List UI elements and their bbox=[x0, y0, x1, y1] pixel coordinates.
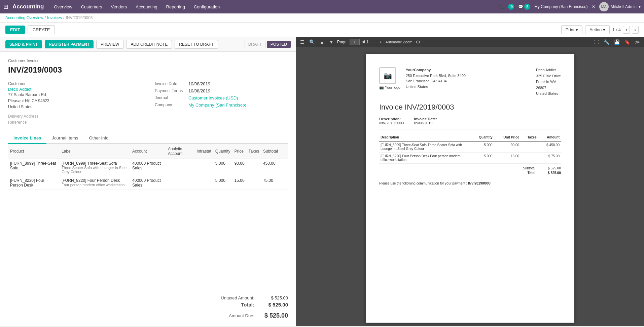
app-grid-icon[interactable]: ⊞ bbox=[3, 3, 8, 10]
untaxed-label: Untaxed Amount: bbox=[204, 295, 254, 300]
page-number-input[interactable] bbox=[350, 39, 360, 45]
user-menu[interactable]: MA Mitchell Admin ▾ bbox=[599, 2, 641, 11]
pdf-total-label: Total bbox=[502, 171, 535, 175]
cell-analytic bbox=[166, 176, 195, 190]
table-row: [FURN_8999] Three-Seat Sofa [FURN_8999] … bbox=[8, 159, 288, 176]
company-selector[interactable]: My Company (San Francisco) bbox=[534, 4, 588, 9]
customer-name[interactable]: Deco Addict bbox=[8, 87, 141, 92]
col-subtotal: Subtotal bbox=[261, 144, 280, 159]
top-navigation: ⊞ Accounting Overview Customers Vendors … bbox=[0, 0, 644, 13]
pdf-total-row: Total $ 525.00 bbox=[379, 171, 561, 175]
cell-account: 400000 Product Sales bbox=[130, 159, 166, 176]
meta-left: Customer Deco Addict 77 Santa Barbara Rd… bbox=[8, 81, 141, 126]
nav-overview[interactable]: Overview bbox=[51, 3, 76, 11]
invoice-date-row: Invoice Date 10/08/2019 bbox=[155, 81, 288, 86]
prev-record-button[interactable]: ‹ bbox=[623, 26, 630, 34]
table-row: [FURN_8220] Four Person Desk [FURN_8220]… bbox=[8, 176, 288, 190]
update-badge[interactable]: 19 bbox=[508, 4, 514, 10]
pdf-prev-page-button[interactable]: ▲ bbox=[318, 39, 326, 45]
pdf-company-block: YourCompany 250 Executive Park Blvd, Sui… bbox=[406, 67, 466, 97]
customer-address: 77 Santa Barbara Rd Pleasant Hill CA 945… bbox=[8, 92, 141, 110]
total-row: Total: $ 525.00 bbox=[8, 302, 288, 308]
cell-quantity: 5.000 bbox=[213, 176, 232, 190]
total-value: $ 525.00 bbox=[261, 302, 288, 308]
sidebar-toggle-button[interactable]: ☰ bbox=[299, 39, 306, 45]
invoice-table: Product Label Account Analytic Account I… bbox=[8, 144, 288, 190]
pdf-fullscreen-button[interactable]: ⛶ bbox=[593, 39, 600, 45]
cell-more bbox=[280, 159, 288, 176]
pdf-bookmark-button[interactable]: 🔖 bbox=[623, 39, 632, 45]
col-taxes: Taxes bbox=[247, 144, 261, 159]
company-value[interactable]: My Company (San Francisco) bbox=[188, 103, 246, 108]
pdf-cell-description: [FURN_8220] Four Person Desk Four person… bbox=[379, 153, 470, 164]
nav-configuration[interactable]: Configuration bbox=[190, 3, 223, 11]
nav-accounting[interactable]: Accounting bbox=[132, 3, 160, 11]
invoice-date-value: 10/08/2019 bbox=[188, 81, 210, 86]
totals-section: Untaxed Amount: $ 525.00 Total: $ 525.00… bbox=[0, 290, 296, 326]
pdf-next-page-button[interactable]: ▼ bbox=[328, 39, 335, 45]
nav-reporting[interactable]: Reporting bbox=[163, 3, 188, 11]
tab-journal-items[interactable]: Journal Items bbox=[46, 133, 83, 144]
tabs: Invoice Lines Journal Items Other Info bbox=[8, 133, 288, 144]
col-quantity: Quantity bbox=[213, 144, 232, 159]
print-button[interactable]: Print ▾ bbox=[561, 25, 582, 34]
pdf-subtotal-row: Subtotal $ 525.00 bbox=[379, 166, 561, 170]
status-draft: DRAFT bbox=[245, 41, 265, 48]
user-avatar: MA bbox=[599, 2, 609, 11]
breadcrumb-invoices[interactable]: Invoices bbox=[47, 15, 62, 20]
invoice-content: Customer Invoice INV/2019/0003 Customer … bbox=[0, 52, 296, 290]
company-row: Company My Company (San Francisco) bbox=[155, 103, 288, 108]
edit-button[interactable]: EDIT bbox=[5, 26, 25, 34]
tab-invoice-lines[interactable]: Invoice Lines bbox=[8, 133, 46, 144]
pdf-more-button[interactable]: ≫ bbox=[634, 39, 641, 45]
cell-intrastat bbox=[194, 159, 213, 176]
nav-customers[interactable]: Customers bbox=[78, 3, 106, 11]
pdf-page: 📷 📷 Your logo YourCompany 250 Executive … bbox=[366, 54, 574, 323]
pdf-zoom-in-button[interactable]: + bbox=[378, 39, 383, 45]
pdf-table-row: [FURN_8999] Three-Seat Sofa Three Seater… bbox=[379, 141, 561, 153]
breadcrumb-accounting[interactable]: Accounting Overview bbox=[5, 15, 43, 20]
status-tags: DRAFT POSTED bbox=[245, 41, 291, 48]
pdf-cell-taxes bbox=[521, 153, 538, 164]
reset-to-draft-button[interactable]: RESET TO DRAFT bbox=[175, 40, 218, 49]
cell-taxes bbox=[247, 159, 261, 176]
action-button[interactable]: Action ▾ bbox=[585, 25, 610, 34]
delivery-label: Delivery Address bbox=[8, 114, 48, 119]
amount-due-value: $ 525.00 bbox=[261, 312, 288, 319]
tab-other-info[interactable]: Other Info bbox=[83, 133, 114, 144]
journal-row: Journal Customer Invoices (USD) bbox=[155, 95, 288, 100]
action-bar: EDIT CREATE Print ▾ Action ▾ 1 / 4 ‹ › bbox=[0, 23, 644, 37]
create-button[interactable]: CREATE bbox=[28, 25, 55, 34]
preview-button[interactable]: PREVIEW bbox=[96, 40, 123, 49]
pdf-zoom-out-button[interactable]: − bbox=[370, 39, 376, 45]
pdf-total-value: $ 525.00 bbox=[541, 171, 561, 175]
payment-terms-label: Payment Terms bbox=[155, 88, 188, 93]
send-print-button[interactable]: SEND & PRINT bbox=[5, 40, 42, 48]
close-icon[interactable]: ✕ bbox=[592, 4, 595, 9]
top-nav-right: 📞 19 💬 5 My Company (San Francisco) ✕ MA… bbox=[499, 2, 641, 11]
add-credit-note-button[interactable]: ADD CREDIT NOTE bbox=[126, 40, 172, 49]
pdf-company-info: YourCompany 250 Executive Park Blvd, Sui… bbox=[406, 67, 466, 89]
pdf-tools-button[interactable]: 🔧 bbox=[602, 39, 611, 45]
next-record-button[interactable]: › bbox=[632, 26, 639, 34]
cell-subtotal: 450.00 bbox=[261, 159, 280, 176]
cell-taxes bbox=[247, 176, 261, 190]
pdf-meta: Description: INV/2019/0003 Invoice Date:… bbox=[379, 117, 561, 125]
pdf-date-meta: Invoice Date: 09/08/2019 bbox=[414, 117, 437, 125]
chevron-down-icon: ▾ bbox=[603, 27, 605, 32]
pdf-col-taxes: Taxes bbox=[521, 133, 538, 141]
payment-terms-value: 10/08/2019 bbox=[188, 88, 210, 93]
pdf-search-button[interactable]: 🔍 bbox=[308, 39, 316, 45]
zoom-settings-button[interactable]: ⚙ bbox=[415, 39, 422, 45]
pdf-content: 📷 📷 Your logo YourCompany 250 Executive … bbox=[296, 47, 644, 326]
nav-vendors[interactable]: Vendors bbox=[108, 3, 131, 11]
col-more: ⋮ bbox=[280, 144, 288, 159]
pdf-save-button[interactable]: 💾 bbox=[613, 39, 621, 45]
register-payment-button[interactable]: REGISTER PAYMENT bbox=[45, 40, 94, 48]
invoice-meta: Customer Deco Addict 77 Santa Barbara Rd… bbox=[8, 81, 288, 126]
pdf-desc-meta: Description: INV/2019/0003 bbox=[379, 117, 404, 125]
chat-badge[interactable]: 💬 5 bbox=[518, 4, 530, 10]
cell-product: [FURN_8999] Three-Seat Sofa bbox=[8, 159, 60, 176]
pdf-col-unit-price: Unit Price bbox=[494, 133, 521, 141]
journal-value[interactable]: Customer Invoices (USD) bbox=[188, 95, 238, 100]
